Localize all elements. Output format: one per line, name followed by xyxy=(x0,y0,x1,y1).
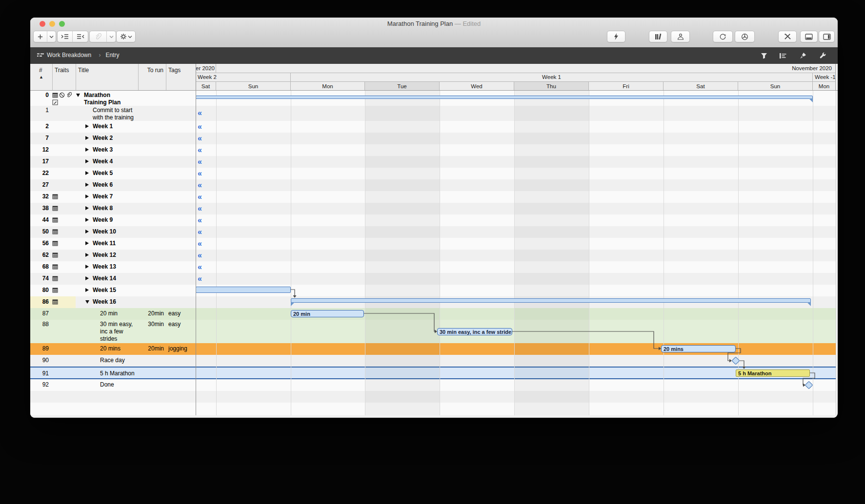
expand-arrow[interactable] xyxy=(85,206,89,210)
collapse-arrow[interactable] xyxy=(76,94,80,97)
scrolled-offscreen-indicator[interactable]: « xyxy=(198,122,202,131)
resources-person-button[interactable] xyxy=(671,31,690,42)
collapse-arrow[interactable] xyxy=(85,300,89,304)
scrolled-offscreen-indicator[interactable]: « xyxy=(198,157,202,166)
gantt-day-header: Sat xyxy=(196,81,216,91)
expand-arrow[interactable] xyxy=(85,265,89,269)
expand-arrow[interactable] xyxy=(85,230,89,233)
expand-arrow[interactable] xyxy=(85,183,89,187)
row-number: 89 xyxy=(30,345,49,352)
breadcrumb-item[interactable]: Work Breakdown xyxy=(47,52,91,58)
gantt-day-header-label: Fri xyxy=(589,83,663,89)
row-number: 92 xyxy=(30,381,49,388)
scrolled-offscreen-indicator[interactable]: « xyxy=(198,109,202,117)
expand-arrow[interactable] xyxy=(85,276,89,280)
task-bar[interactable]: 30 min easy, inc a few strides xyxy=(437,328,512,335)
expand-arrow[interactable] xyxy=(85,218,89,222)
tools-icon xyxy=(779,31,796,42)
gantt-day-header: Thu xyxy=(514,81,589,91)
row-number: 1 xyxy=(30,107,49,114)
filter-icon[interactable] xyxy=(760,51,768,60)
task-title: Week 14 xyxy=(93,275,116,282)
gantt-day-header: Wed xyxy=(440,81,514,91)
calendar-icon xyxy=(52,229,58,236)
tools-button[interactable] xyxy=(778,31,797,42)
task-bar[interactable]: 20 mins xyxy=(661,345,736,352)
scrolled-offscreen-indicator[interactable]: « xyxy=(198,134,202,143)
resources-person-icon xyxy=(671,31,689,42)
panel-right-button[interactable] xyxy=(819,31,835,42)
row-number: 62 xyxy=(30,252,49,259)
plus-button[interactable] xyxy=(34,31,47,42)
calendar-icon xyxy=(52,252,58,259)
sync-button[interactable] xyxy=(713,31,733,42)
day-gridline xyxy=(291,91,291,415)
gantt-day-header: Tue xyxy=(365,81,440,91)
expand-arrow[interactable] xyxy=(85,288,89,292)
expand-arrow[interactable] xyxy=(85,159,89,163)
tag-value: jogging xyxy=(168,345,187,352)
task-title: 30 min easy,inc a fewstrides xyxy=(100,321,133,343)
gantt-day-header: Sun xyxy=(216,81,291,91)
expand-arrow[interactable] xyxy=(85,171,89,175)
link-button[interactable] xyxy=(90,31,106,42)
expand-arrow[interactable] xyxy=(85,136,89,140)
gear-button[interactable] xyxy=(117,31,135,42)
column-header-number[interactable]: # xyxy=(39,67,42,74)
expand-arrow[interactable] xyxy=(85,253,89,257)
view-options-icon[interactable] xyxy=(778,51,787,60)
marathon-task-bar[interactable]: 5 h Marathon xyxy=(736,369,810,377)
gear-icon xyxy=(120,33,127,40)
bar-label: 30 min easy, inc a few strides xyxy=(440,329,512,335)
gantt-day-header-label: Sat xyxy=(196,83,216,89)
inspector-wrench-icon[interactable] xyxy=(819,51,827,60)
column-header-to-run[interactable]: To run xyxy=(138,67,163,74)
scrolled-offscreen-indicator[interactable]: « xyxy=(198,239,202,248)
scrolled-offscreen-indicator[interactable]: « xyxy=(198,204,202,213)
gantt-day-header-label: Thu xyxy=(514,83,588,89)
scrolled-offscreen-indicator[interactable]: « xyxy=(198,146,202,155)
library-button[interactable] xyxy=(649,31,667,42)
indent-button[interactable] xyxy=(58,31,72,42)
scrolled-offscreen-indicator[interactable]: « xyxy=(198,251,202,260)
task-bar[interactable]: 20 min xyxy=(291,310,364,317)
scrolled-offscreen-indicator[interactable]: « xyxy=(198,193,202,201)
to-run-value: 20min xyxy=(138,310,164,317)
style-brush-icon[interactable] xyxy=(798,51,807,60)
expand-arrow[interactable] xyxy=(85,124,89,128)
sort-indicator[interactable]: ▲ xyxy=(39,75,43,79)
link-icon xyxy=(95,33,101,40)
expand-arrow[interactable] xyxy=(85,241,89,245)
row-number: 74 xyxy=(30,275,49,282)
chevron-down-button[interactable] xyxy=(47,31,56,42)
sync-icon xyxy=(713,31,732,42)
chevron-down-button[interactable] xyxy=(106,31,116,42)
expand-arrow[interactable] xyxy=(85,194,89,198)
outdent-button[interactable] xyxy=(72,31,88,42)
scrolled-offscreen-indicator[interactable]: « xyxy=(198,228,202,236)
network-button[interactable] xyxy=(735,31,755,42)
scrolled-offscreen-indicator[interactable]: « xyxy=(198,263,202,271)
group-summary-bar[interactable] xyxy=(291,298,811,303)
project-summary-bar[interactable] xyxy=(196,96,813,99)
scrolled-offscreen-indicator[interactable]: « xyxy=(198,181,202,190)
scrolled-offscreen-indicator[interactable]: « xyxy=(198,274,202,283)
calendar-icon xyxy=(52,205,58,213)
table-gantt-splitter[interactable] xyxy=(196,64,196,415)
gantt-day-header: Mon xyxy=(291,81,365,91)
day-gridline xyxy=(589,91,589,415)
breadcrumb-item[interactable]: Entry xyxy=(105,52,119,58)
column-header-traits[interactable]: Traits xyxy=(55,67,69,74)
panel-bottom-button[interactable] xyxy=(800,31,818,42)
expand-arrow[interactable] xyxy=(85,148,89,152)
scrolled-offscreen-indicator[interactable]: « xyxy=(198,216,202,225)
task-title: Week 12 xyxy=(93,252,116,259)
gantt-month-header-label: er 2020 xyxy=(196,65,216,71)
lightning-button[interactable] xyxy=(607,31,625,42)
task-bar[interactable] xyxy=(196,287,291,293)
task-title: 20 min xyxy=(100,310,118,317)
column-header-title[interactable]: Title xyxy=(78,67,89,74)
row-number: 86 xyxy=(30,298,49,306)
column-header-tags[interactable]: Tags xyxy=(168,67,181,74)
scrolled-offscreen-indicator[interactable]: « xyxy=(198,169,202,178)
